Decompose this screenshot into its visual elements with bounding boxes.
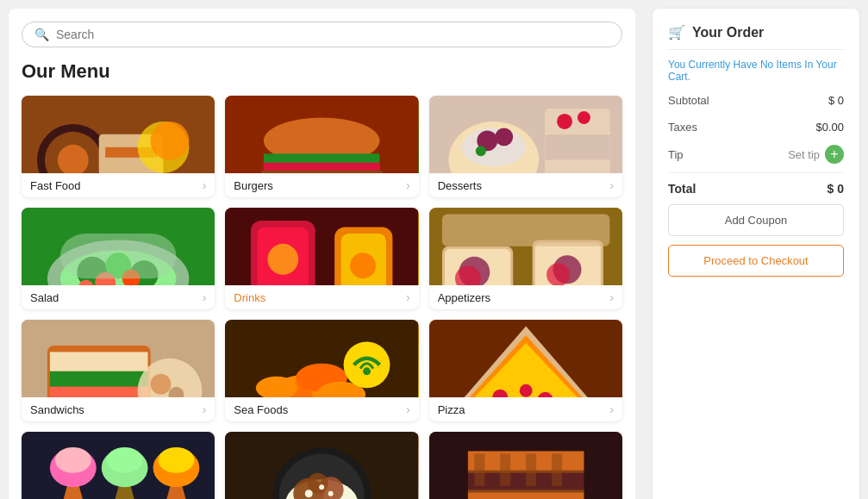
svg-point-42 — [350, 253, 376, 278]
add-tip-button[interactable]: + — [825, 145, 844, 164]
menu-item-img-sandwiches — [22, 320, 215, 397]
menu-item-cakes[interactable]: Cakes › — [429, 432, 622, 499]
menu-item-label-sandwiches: Sandwichs › — [22, 397, 215, 421]
menu-item-img-appetizers — [429, 208, 622, 285]
checkout-button[interactable]: Proceed to Checkout — [668, 245, 844, 277]
svg-point-69 — [363, 367, 371, 375]
svg-rect-110 — [500, 453, 510, 485]
menu-item-img-fast-food — [22, 96, 215, 173]
chevron-right-icon: › — [406, 178, 410, 192]
search-input[interactable] — [56, 28, 609, 41]
menu-item-img-rise — [225, 432, 418, 499]
svg-rect-56 — [50, 371, 148, 387]
svg-rect-52 — [442, 214, 609, 246]
menu-item-rise[interactable]: Rise › — [225, 432, 418, 499]
svg-rect-12 — [261, 171, 383, 173]
svg-point-25 — [475, 146, 485, 156]
menu-item-label-burgers: Burgers › — [225, 173, 418, 197]
menu-item-salad[interactable]: Salad › — [22, 208, 215, 309]
svg-point-97 — [320, 484, 325, 490]
svg-rect-105 — [468, 492, 584, 499]
menu-item-drinks[interactable]: Drinks › — [225, 208, 418, 309]
svg-point-39 — [268, 244, 299, 275]
svg-point-85 — [107, 447, 143, 473]
total-row: Total $ 0 — [668, 182, 844, 196]
chevron-right-icon: › — [203, 178, 207, 192]
menu-item-fast-food[interactable]: Fast Food › — [22, 96, 215, 197]
svg-point-75 — [519, 384, 532, 397]
chevron-right-icon: › — [609, 402, 614, 416]
svg-point-96 — [305, 490, 313, 497]
svg-rect-55 — [50, 352, 148, 371]
menu-item-seafoods[interactable]: Sea Foods › — [225, 320, 418, 421]
left-panel: 🔍 Our Menu — [9, 9, 635, 499]
chevron-right-icon: › — [203, 290, 207, 304]
menu-item-img-salad — [22, 208, 215, 285]
order-title: 🛒 Your Order — [668, 24, 844, 50]
menu-item-label-appetizers: Appetizers › — [429, 285, 622, 309]
menu-item-img-burgers — [225, 96, 418, 173]
menu-item-sandwiches[interactable]: Sandwichs › — [22, 320, 215, 421]
cart-icon: 🛒 — [668, 24, 685, 41]
menu-item-img-seafoods — [225, 320, 418, 397]
svg-point-60 — [151, 374, 172, 395]
divider — [668, 172, 844, 173]
menu-item-img-desserts — [429, 96, 622, 173]
tip-row: Tip Set tip + — [668, 145, 844, 164]
svg-point-98 — [328, 491, 334, 496]
menu-item-label-seafoods: Sea Foods › — [225, 397, 418, 421]
svg-rect-57 — [50, 387, 148, 397]
right-panel: 🛒 Your Order You Currently Have No Items… — [653, 9, 859, 499]
svg-point-7 — [151, 122, 190, 160]
svg-rect-104 — [468, 490, 584, 492]
menu-item-appetizers[interactable]: Appetizers › — [429, 208, 622, 309]
set-tip-button[interactable]: Set tip — [788, 148, 820, 161]
svg-rect-17 — [545, 134, 609, 160]
chevron-right-icon: › — [609, 290, 614, 304]
search-icon: 🔍 — [34, 28, 49, 41]
svg-point-88 — [159, 447, 195, 473]
svg-point-19 — [557, 114, 572, 129]
menu-grid: Fast Food › Burgers — [22, 96, 622, 499]
chevron-right-icon: › — [609, 178, 614, 192]
chevron-right-icon: › — [406, 402, 410, 416]
svg-point-20 — [578, 111, 590, 124]
add-coupon-button[interactable]: Add Coupon — [668, 204, 844, 236]
menu-item-img-pizza — [429, 320, 622, 397]
menu-item-label-fast-food: Fast Food › — [22, 173, 215, 197]
menu-item-label-pizza: Pizza › — [429, 397, 622, 421]
chevron-right-icon: › — [406, 290, 410, 304]
menu-item-label-drinks: Drinks › — [225, 285, 418, 309]
svg-rect-112 — [552, 453, 562, 485]
menu-item-burgers[interactable]: Burgers › — [225, 96, 418, 197]
svg-point-82 — [55, 447, 91, 473]
svg-rect-111 — [526, 453, 536, 485]
menu-item-label-salad: Salad › — [22, 285, 215, 309]
menu-item-desserts[interactable]: Desserts › — [429, 96, 622, 197]
svg-point-68 — [344, 341, 390, 388]
search-bar[interactable]: 🔍 — [22, 22, 622, 47]
svg-point-51 — [546, 263, 570, 285]
main-container: 🔍 Our Menu — [0, 0, 868, 499]
subtotal-row: Subtotal $ 0 — [668, 91, 844, 109]
menu-item-img-icecream — [22, 432, 215, 499]
taxes-row: Taxes $0.00 — [668, 118, 844, 136]
menu-title: Our Menu — [22, 60, 622, 83]
empty-cart-message: You Currently Have No Items In Your Cart… — [668, 59, 844, 83]
menu-item-img-cakes — [429, 432, 622, 499]
svg-point-24 — [495, 128, 513, 146]
svg-rect-16 — [545, 109, 609, 134]
menu-item-label-desserts: Desserts › — [429, 173, 622, 197]
menu-item-icecream[interactable]: Ice Cream › — [22, 432, 215, 499]
svg-rect-35 — [60, 234, 177, 278]
tip-controls: Set tip + — [788, 145, 844, 164]
chevron-right-icon: › — [203, 402, 207, 416]
svg-rect-18 — [545, 160, 609, 173]
svg-rect-109 — [474, 453, 484, 485]
menu-item-img-drinks — [225, 208, 418, 285]
menu-item-pizza[interactable]: Pizza › — [429, 320, 622, 421]
